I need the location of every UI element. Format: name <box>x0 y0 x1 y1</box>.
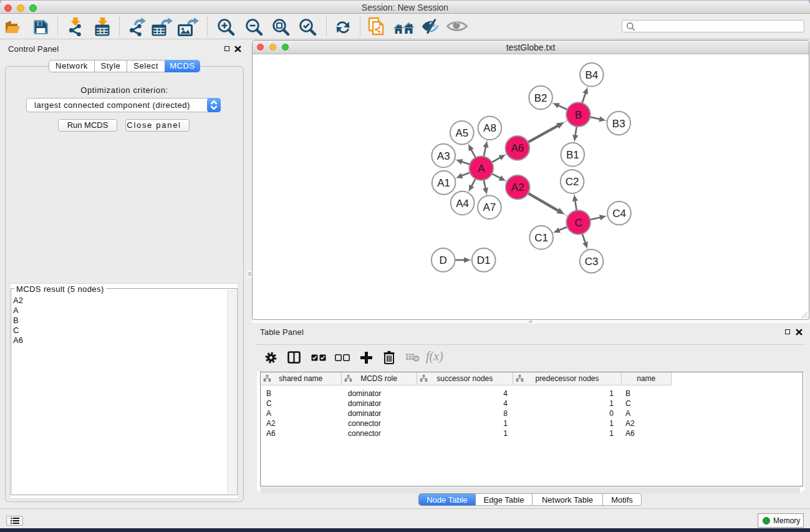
svg-text:B1: B1 <box>566 149 579 161</box>
svg-text:B3: B3 <box>612 118 625 130</box>
svg-text:A3: A3 <box>437 150 450 162</box>
svg-text:A7: A7 <box>483 201 496 213</box>
svg-text:D: D <box>440 254 447 266</box>
svg-text:B2: B2 <box>534 92 547 104</box>
svg-text:A: A <box>478 163 485 175</box>
svg-text:A1: A1 <box>437 177 450 189</box>
svg-text:C4: C4 <box>612 208 626 220</box>
svg-text:A8: A8 <box>483 122 496 134</box>
svg-text:C2: C2 <box>566 176 579 188</box>
svg-text:B: B <box>575 109 582 121</box>
svg-text:D1: D1 <box>477 254 491 266</box>
svg-text:C3: C3 <box>585 256 599 268</box>
svg-text:A4: A4 <box>456 198 469 210</box>
svg-text:A6: A6 <box>511 142 524 154</box>
svg-text:C1: C1 <box>534 232 548 244</box>
svg-text:A5: A5 <box>455 127 468 139</box>
svg-text:C: C <box>574 217 582 229</box>
svg-text:A2: A2 <box>511 181 524 193</box>
svg-text:B4: B4 <box>586 69 599 81</box>
